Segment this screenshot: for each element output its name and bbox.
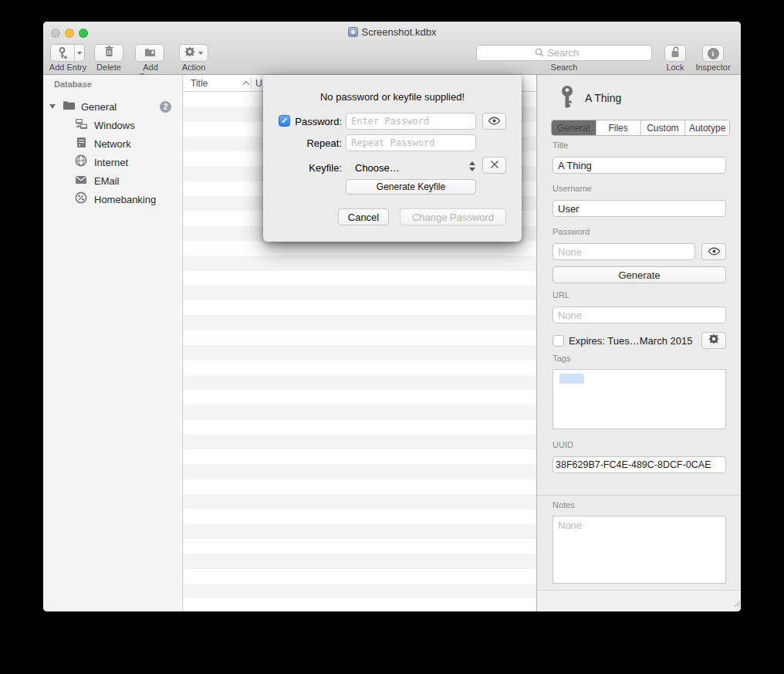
folder-plus-icon	[144, 46, 156, 60]
change-password-label: Change Password	[412, 212, 494, 223]
add-entry-label: Add Entry	[48, 63, 88, 72]
sidebar-item-label: Network	[94, 138, 131, 150]
title-field[interactable]	[553, 157, 726, 174]
change-password-sheet: No password or keyfile supplied! ✓ Passw…	[263, 75, 522, 242]
inspector-bottom-bar	[537, 590, 741, 611]
action-button[interactable]	[179, 44, 208, 62]
username-field[interactable]	[553, 200, 726, 217]
tab-autotype[interactable]: Autotype	[685, 120, 729, 135]
url-field[interactable]	[553, 307, 726, 323]
uuid-label: UUID	[553, 440, 573, 449]
sort-ascending-icon	[243, 81, 249, 87]
reveal-password-button[interactable]	[701, 243, 726, 260]
sidebar-item-windows[interactable]: Windows	[43, 117, 183, 134]
password-field-label: Password	[553, 227, 590, 236]
generate-keyfile-button[interactable]: Generate Keyfile	[346, 179, 476, 195]
inspector-button[interactable]: i	[702, 45, 724, 62]
tags-label: Tags	[553, 354, 570, 363]
search-icon	[535, 46, 544, 60]
server-icon	[76, 137, 86, 151]
password-field[interactable]	[553, 243, 695, 260]
chevron-up-icon	[469, 161, 475, 165]
document-icon	[348, 27, 358, 37]
enter-password-input[interactable]	[346, 113, 476, 130]
action-label: Action	[177, 63, 210, 72]
sidebar-item-email[interactable]: EMail	[43, 172, 183, 189]
clear-keyfile-button[interactable]	[482, 157, 506, 174]
gear-icon	[708, 334, 719, 347]
resize-grip[interactable]	[733, 596, 740, 610]
reveal-dialog-password-button[interactable]	[482, 113, 506, 130]
username-field-label: Username	[553, 184, 592, 193]
group-count-badge: 2	[160, 101, 171, 113]
lock-button[interactable]	[664, 45, 686, 62]
sidebar-item-internet[interactable]: Internet	[43, 154, 183, 171]
titlebar-toolbar: Screenshot.kdbx Add Entry Delete Add	[43, 22, 741, 75]
column-header-title[interactable]: Title	[191, 78, 208, 89]
globe-icon	[75, 154, 87, 170]
tab-files[interactable]: Files	[596, 120, 641, 135]
x-icon	[490, 158, 499, 172]
sidebar-item-label: Homebanking	[94, 194, 156, 205]
tab-custom[interactable]: Custom	[641, 120, 686, 135]
keyfile-label: Keyfile:	[291, 162, 342, 174]
expires-checkbox[interactable]	[553, 335, 564, 347]
section-divider	[537, 495, 741, 496]
gear-icon	[184, 46, 195, 60]
delete-label: Delete	[93, 63, 125, 72]
sheet-message: No password or keyfile supplied!	[263, 91, 522, 103]
chevron-down-icon	[77, 52, 82, 55]
cancel-label: Cancel	[348, 212, 379, 223]
tab-general[interactable]: General	[552, 120, 596, 135]
title-field-label: Title	[553, 141, 568, 150]
sidebar-item-label: Internet	[94, 157, 128, 168]
notes-label: Notes	[553, 500, 575, 510]
repeat-password-input[interactable]	[346, 134, 476, 151]
keyfile-popup[interactable]: Choose…	[355, 162, 400, 174]
cancel-button[interactable]: Cancel	[338, 208, 389, 225]
sidebar-item-label: EMail	[94, 175, 120, 187]
add-entry-button[interactable]	[50, 44, 85, 62]
column-divider[interactable]	[251, 77, 252, 90]
eye-icon	[708, 245, 721, 259]
trash-icon	[104, 46, 114, 60]
sidebar-item-network[interactable]: Network	[43, 135, 183, 152]
key-icon	[559, 85, 576, 112]
add-entry-dropdown[interactable]	[75, 52, 84, 55]
repeat-label: Repeat:	[291, 137, 342, 149]
add-group-button[interactable]	[135, 44, 164, 62]
url-field-label: URL	[553, 290, 569, 300]
delete-button[interactable]	[94, 44, 123, 62]
generate-keyfile-label: Generate Keyfile	[377, 181, 445, 192]
entry-title: A Thing	[585, 92, 621, 104]
password-checkbox[interactable]: ✓	[279, 115, 290, 127]
lock-label: Lock	[657, 63, 694, 72]
generate-password-button[interactable]: Generate	[553, 266, 726, 283]
info-icon: i	[708, 48, 719, 59]
tag-pill[interactable]	[559, 374, 584, 384]
folder-icon	[63, 100, 76, 113]
search-input[interactable]	[547, 47, 593, 59]
search-field[interactable]	[476, 45, 652, 61]
app-window: Screenshot.kdbx Add Entry Delete Add	[43, 22, 741, 611]
chevron-down-icon	[469, 168, 475, 171]
notes-field[interactable]	[553, 516, 726, 584]
percent-icon	[75, 191, 87, 207]
eye-icon	[488, 114, 501, 128]
sidebar-item-homebanking[interactable]: Homebanking	[43, 191, 183, 208]
popup-stepper-icon[interactable]	[469, 161, 475, 171]
sidebar-item-general[interactable]: General 2	[43, 98, 183, 115]
expires-label: Expires: Tues…March 2015	[569, 335, 692, 347]
search-label: Search	[476, 63, 652, 72]
inspector-label: Inspector	[691, 63, 735, 72]
key-plus-icon	[51, 47, 74, 59]
expires-settings-button[interactable]	[701, 332, 726, 349]
tags-box[interactable]	[553, 369, 726, 429]
disclosure-triangle-icon[interactable]	[49, 104, 56, 109]
uuid-field[interactable]	[553, 456, 726, 473]
window-title: Screenshot.kdbx	[362, 26, 437, 38]
column-header-username[interactable]: U	[255, 78, 262, 89]
change-password-button[interactable]: Change Password	[400, 208, 506, 225]
network-computer-icon	[75, 118, 88, 133]
inspector-panel: A Thing General Files Custom Autotype Ti…	[536, 75, 741, 611]
